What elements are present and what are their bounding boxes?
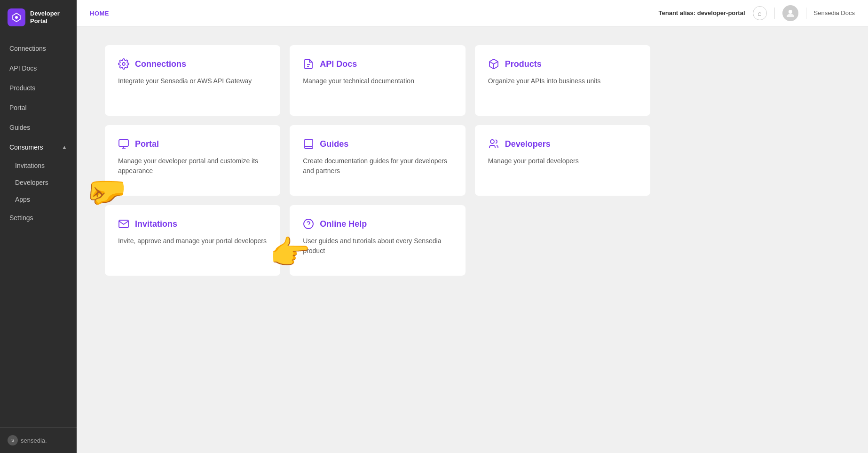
topbar-divider-2 xyxy=(806,8,806,19)
card-title: Connections xyxy=(135,59,186,69)
svg-point-10 xyxy=(304,219,313,229)
tenant-prefix: Tenant alias: xyxy=(659,9,696,16)
card-header: Guides xyxy=(303,138,452,150)
sidebar-navigation: Connections API Docs Products Portal Gui… xyxy=(0,35,77,427)
card-header: Online Help xyxy=(303,218,452,230)
cube-icon xyxy=(488,58,499,70)
topbar-divider xyxy=(774,8,775,19)
card-invitations[interactable]: Invitations Invite, approve and manage y… xyxy=(105,205,280,276)
card-header: Products xyxy=(488,58,637,70)
topbar-left: HOME xyxy=(90,9,109,17)
page-breadcrumb: HOME xyxy=(90,10,109,17)
sidebar-item-label: Portal xyxy=(9,104,27,111)
svg-point-1 xyxy=(789,10,792,14)
sidebar-item-label: Invitations xyxy=(15,162,45,169)
main-content: HOME Tenant alias: developer-portal ⌂ Se… xyxy=(77,0,868,453)
book-icon xyxy=(303,138,314,150)
sidebar-item-label: Developers xyxy=(15,179,48,186)
svg-point-2 xyxy=(122,63,125,65)
sidebar-item-label: Consumers xyxy=(9,143,43,151)
svg-rect-6 xyxy=(119,140,128,146)
home-icon: ⌂ xyxy=(758,9,761,17)
card-desc: Manage your technical documentation xyxy=(303,76,452,86)
card-desc: Manage your developer portal and customi… xyxy=(118,156,267,176)
card-title: Portal xyxy=(135,139,159,149)
logo-text: Developer Portal xyxy=(30,10,60,24)
card-online-help[interactable]: Online Help User guides and tutorials ab… xyxy=(290,205,465,276)
card-connections[interactable]: Connections Integrate your Sensedia or A… xyxy=(105,45,280,116)
card-api-docs[interactable]: API Docs Manage your technical documenta… xyxy=(290,45,465,116)
sidebar-logo: Developer Portal xyxy=(0,0,77,35)
sidebar-item-label: Guides xyxy=(9,124,30,131)
tenant-value: developer-portal xyxy=(697,9,745,16)
sidebar-item-connections[interactable]: Connections xyxy=(0,39,77,58)
card-developers[interactable]: Developers Manage your portal developers xyxy=(475,125,650,196)
sensedia-logo: S sensedia. xyxy=(8,435,69,445)
svg-point-9 xyxy=(490,140,494,143)
file-icon xyxy=(303,58,314,70)
sidebar-item-products[interactable]: Products xyxy=(0,78,77,98)
sidebar-footer: S sensedia. xyxy=(0,427,77,453)
card-header: API Docs xyxy=(303,58,452,70)
card-header: Developers xyxy=(488,138,637,150)
content-area: Connections Integrate your Sensedia or A… xyxy=(77,26,868,453)
sensedia-logo-text: sensedia. xyxy=(21,437,47,444)
card-portal[interactable]: Portal Manage your developer portal and … xyxy=(105,125,280,196)
card-guides[interactable]: Guides Create documentation guides for y… xyxy=(290,125,465,196)
sidebar-item-label: Settings xyxy=(9,214,33,222)
cards-grid: Connections Integrate your Sensedia or A… xyxy=(105,45,650,276)
sidebar-item-settings[interactable]: Settings xyxy=(0,208,77,228)
card-products[interactable]: Products Organize your APIs into busines… xyxy=(475,45,650,116)
card-title: Guides xyxy=(320,139,348,149)
people-icon xyxy=(488,138,499,150)
sidebar-item-label: Products xyxy=(9,84,35,92)
card-title: Invitations xyxy=(135,219,177,229)
card-header: Connections xyxy=(118,58,267,70)
chevron-up-icon: ▲ xyxy=(62,144,67,151)
sidebar-item-invitations[interactable]: Invitations xyxy=(0,157,77,174)
sidebar-item-label: Apps xyxy=(15,196,30,203)
tenant-info: Tenant alias: developer-portal xyxy=(659,9,745,16)
card-header: Invitations xyxy=(118,218,267,230)
sidebar-item-developers[interactable]: Developers xyxy=(0,174,77,191)
sensedia-docs-link[interactable]: Sensedia Docs xyxy=(814,9,855,16)
card-desc: Invite, approve and manage your portal d… xyxy=(118,236,267,246)
card-title: Products xyxy=(505,59,542,69)
topbar: HOME Tenant alias: developer-portal ⌂ Se… xyxy=(77,0,868,26)
sensedia-logo-icon: S xyxy=(8,435,18,445)
sidebar: Developer Portal Connections API Docs Pr… xyxy=(0,0,77,453)
gear-icon xyxy=(118,58,129,70)
card-title: Online Help xyxy=(320,219,367,229)
envelope-icon xyxy=(118,218,129,230)
home-icon-button[interactable]: ⌂ xyxy=(753,6,767,20)
card-header: Portal xyxy=(118,138,267,150)
sidebar-item-apps[interactable]: Apps xyxy=(0,191,77,208)
logo-icon xyxy=(8,8,25,26)
sidebar-item-label: API Docs xyxy=(9,64,37,72)
card-desc: Organize your APIs into business units xyxy=(488,76,637,86)
user-avatar-button[interactable] xyxy=(782,5,798,21)
sidebar-item-api-docs[interactable]: API Docs xyxy=(0,58,77,78)
sidebar-item-label: Connections xyxy=(9,45,46,52)
sidebar-item-portal[interactable]: Portal xyxy=(0,98,77,118)
card-desc: Create documentation guides for your dev… xyxy=(303,156,452,176)
sidebar-item-consumers[interactable]: Consumers ▲ xyxy=(0,137,77,157)
topbar-right: Tenant alias: developer-portal ⌂ Sensedi… xyxy=(659,5,855,21)
sidebar-item-guides[interactable]: Guides xyxy=(0,118,77,137)
card-desc: Manage your portal developers xyxy=(488,156,637,166)
card-title: API Docs xyxy=(320,59,357,69)
question-icon xyxy=(303,218,314,230)
card-title: Developers xyxy=(505,139,551,149)
svg-point-0 xyxy=(15,16,18,19)
monitor-icon xyxy=(118,138,129,150)
card-desc: Integrate your Sensedia or AWS API Gatew… xyxy=(118,76,267,86)
card-desc: User guides and tutorials about every Se… xyxy=(303,236,452,256)
